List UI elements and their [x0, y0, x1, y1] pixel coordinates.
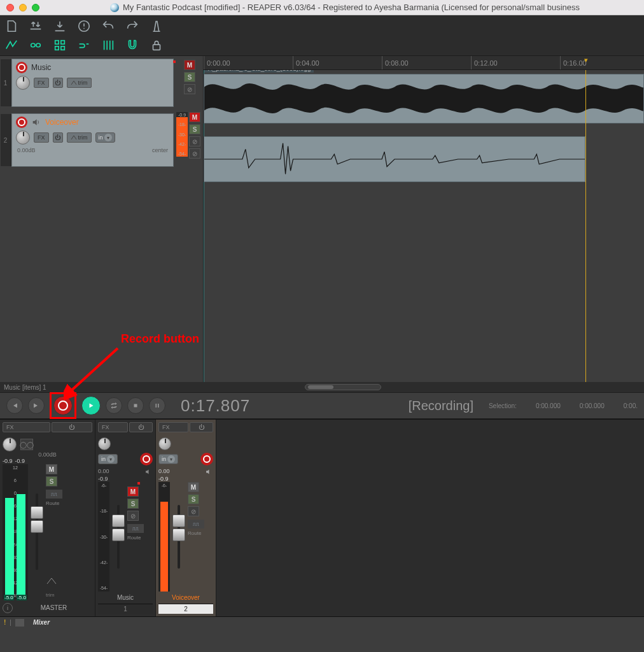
- main-toolbar: [0, 15, 644, 56]
- open-project-icon[interactable]: [28, 18, 43, 34]
- speaker-icon[interactable]: [144, 468, 153, 476]
- master-strip-label: MASTER: [15, 602, 92, 614]
- snap-icon[interactable]: [125, 38, 140, 53]
- lock-icon[interactable]: [149, 38, 164, 53]
- mute-button[interactable]: M: [184, 60, 195, 70]
- channel-name-label[interactable]: Voiceover: [158, 592, 213, 604]
- route-icon[interactable]: ⎍⎍: [46, 490, 62, 499]
- fx-button[interactable]: FX: [34, 132, 49, 143]
- snap-grid-icon[interactable]: [101, 38, 116, 53]
- fx-bypass-button[interactable]: ⏻: [53, 78, 63, 88]
- mixer-strip-master[interactable]: FX ⏻ ◯◯ 0.00dB -0.9 -0.9 12 6 0 -6- -12-…: [0, 420, 95, 616]
- tab-mixer[interactable]: Mixer: [28, 618, 55, 627]
- warning-icon[interactable]: !: [4, 619, 6, 626]
- undo-icon[interactable]: [101, 18, 116, 34]
- solo-button[interactable]: S: [188, 494, 199, 504]
- audio-item-music[interactable]: 'A_padrona_'e_'stu_core_(1931).ogg: [204, 74, 644, 124]
- mute-button[interactable]: M: [188, 482, 199, 492]
- phase-button[interactable]: ⊘: [127, 511, 139, 521]
- ripple-icon[interactable]: [28, 38, 43, 53]
- fx-button[interactable]: FX: [158, 422, 188, 432]
- track-header-music[interactable]: 1 Music FX ⏻ trim: [11, 59, 174, 107]
- maximize-window-button[interactable]: [32, 4, 39, 11]
- pan-knob[interactable]: [158, 437, 171, 450]
- phase-button[interactable]: ⊘: [188, 506, 199, 516]
- mute-button[interactable]: M: [46, 464, 57, 474]
- trim-button[interactable]: trim: [67, 132, 92, 143]
- trim-icon[interactable]: [46, 576, 57, 585]
- play-button[interactable]: [81, 396, 101, 415]
- speaker-icon[interactable]: [204, 468, 213, 476]
- phase-button[interactable]: ⊘: [184, 84, 195, 94]
- svg-rect-12: [156, 404, 157, 408]
- record-arm-button[interactable]: [16, 117, 27, 128]
- fx-bypass-button[interactable]: ⏻: [190, 422, 213, 432]
- route-icon[interactable]: ⎍⎍: [188, 520, 204, 528]
- record-arm-button[interactable]: [200, 453, 213, 465]
- route-label: Route: [188, 530, 200, 536]
- stereo-width-button[interactable]: ◯◯: [20, 439, 33, 450]
- phase-button-2[interactable]: ⊘: [189, 148, 200, 159]
- info-icon[interactable]: i: [3, 603, 13, 613]
- fx-button[interactable]: FX: [3, 422, 50, 432]
- repeat-button[interactable]: [106, 397, 122, 414]
- new-project-icon[interactable]: [4, 18, 19, 34]
- channel-name-label[interactable]: Music: [98, 592, 153, 604]
- grid-icon[interactable]: [52, 38, 67, 53]
- solo-button[interactable]: S: [189, 124, 200, 134]
- record-arm-button[interactable]: [16, 62, 27, 73]
- go-to-start-button[interactable]: [6, 397, 23, 414]
- mute-button[interactable]: M: [127, 486, 139, 497]
- go-to-end-button[interactable]: [28, 397, 45, 414]
- solo-button[interactable]: S: [184, 72, 195, 82]
- peak-label: -0.9: [98, 476, 153, 482]
- project-settings-icon[interactable]: [76, 18, 92, 34]
- fx-bypass-button[interactable]: ⏻: [129, 422, 153, 432]
- record-arm-button[interactable]: [140, 453, 153, 465]
- mixer-strip-music[interactable]: FX ⏻ in▾ 0.00 -0.9 -6- -18- -30- -42- -5…: [95, 420, 156, 616]
- mute-button[interactable]: M: [189, 112, 200, 122]
- dock-icon[interactable]: [15, 619, 24, 627]
- volume-knob[interactable]: [16, 131, 30, 145]
- metronome-icon[interactable]: [149, 18, 164, 34]
- fx-button[interactable]: FX: [34, 78, 49, 88]
- route-icon[interactable]: ⎍⎍: [127, 524, 144, 533]
- input-selector[interactable]: in▾: [98, 454, 118, 464]
- envelope-icon[interactable]: [4, 38, 19, 53]
- rec-indicator-icon: [173, 60, 176, 63]
- minimize-window-button[interactable]: [19, 4, 27, 11]
- fx-bypass-button[interactable]: ⏻: [53, 132, 63, 143]
- record-button[interactable]: [53, 396, 73, 415]
- channel-fader[interactable]: [117, 505, 120, 569]
- solo-button[interactable]: S: [127, 499, 139, 509]
- fx-bypass-button[interactable]: ⏻: [52, 422, 93, 432]
- channel-fader[interactable]: [178, 505, 180, 569]
- redo-icon[interactable]: [125, 18, 140, 34]
- save-project-icon[interactable]: [52, 18, 67, 34]
- svg-rect-13: [158, 404, 159, 408]
- input-selector[interactable]: in▾: [95, 132, 115, 143]
- group-icon[interactable]: [76, 38, 92, 53]
- volume-knob[interactable]: [16, 76, 30, 90]
- track-name-label[interactable]: Music: [31, 63, 51, 72]
- mixer-strip-voiceover[interactable]: FX ⏻ in▾ 0.00 -0.9 -6- -18- -30- -42- -5…: [156, 420, 216, 616]
- pause-button[interactable]: [149, 397, 165, 414]
- arrange-view[interactable]: 0:00.00 0:04.00 0:08.00 0:12.00 0:16.00 …: [204, 56, 644, 382]
- track-header-voiceover[interactable]: 2 Voiceover FX ⏻ trim in▾ 0.00dB center: [11, 113, 174, 167]
- stop-button[interactable]: [127, 397, 144, 414]
- pan-knob[interactable]: [3, 437, 17, 451]
- track-name-label[interactable]: Voiceover: [45, 118, 79, 127]
- master-fader[interactable]: [36, 493, 38, 570]
- phase-button[interactable]: ⊘: [189, 136, 200, 146]
- solo-button[interactable]: S: [46, 476, 57, 486]
- pan-knob[interactable]: [98, 437, 111, 450]
- audio-item-voiceover[interactable]: [204, 136, 585, 182]
- horizontal-scrollbar[interactable]: [305, 384, 381, 390]
- timeline-ruler[interactable]: 0:00.00 0:04.00 0:08.00 0:12.00 0:16.00 …: [204, 56, 644, 70]
- input-selector[interactable]: in▾: [158, 454, 178, 464]
- fx-button[interactable]: FX: [98, 422, 128, 432]
- monitor-icon[interactable]: [31, 117, 41, 127]
- trim-button[interactable]: trim: [67, 78, 92, 88]
- transport-time-display[interactable]: 0:17.807: [181, 396, 250, 416]
- close-window-button[interactable]: [6, 4, 14, 11]
